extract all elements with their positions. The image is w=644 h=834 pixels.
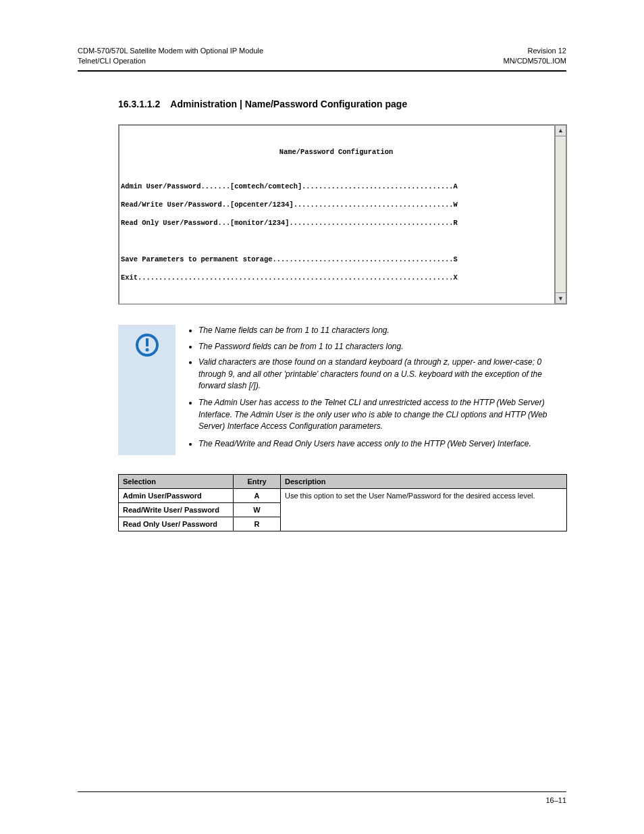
header-docnum: MN/CDM570L.IOM: [503, 56, 566, 66]
terminal-line: Read Only User/Password...[monitor/1234]…: [121, 219, 552, 228]
note-bullet: The Name fields can be from 1 to 11 char…: [198, 325, 566, 336]
note-bullet: Valid characters are those found on a st…: [198, 357, 566, 392]
scroll-up-button[interactable]: ▲: [555, 125, 566, 136]
note-body: The Name fields can be from 1 to 11 char…: [176, 325, 566, 455]
header-divider: [78, 70, 566, 72]
cell-description: Use this option to set the User Name/Pas…: [281, 488, 567, 531]
cell-entry: A: [234, 488, 281, 502]
terminal-screenshot: Name/Password Configuration Admin User/P…: [118, 124, 567, 305]
section-number: 16.3.1.1.2: [118, 99, 160, 109]
col-description: Description: [281, 474, 567, 488]
scrollbar[interactable]: ▲ ▼: [555, 125, 566, 305]
cell-entry: W: [234, 502, 281, 517]
page-header: CDM-570/570L Satellite Modem with Option…: [78, 46, 566, 66]
scroll-down-button[interactable]: ▼: [555, 292, 566, 304]
header-section: Telnet/CLI Operation: [78, 56, 263, 66]
options-table: Selection Entry Description Admin User/P…: [118, 474, 567, 531]
cell-selection: Read Only User/ Password: [119, 517, 234, 531]
important-icon: [118, 325, 176, 455]
col-selection: Selection: [119, 474, 234, 488]
note-bullet: The Admin User has access to the Telnet …: [198, 397, 566, 432]
header-revision: Revision 12: [503, 46, 566, 56]
table-row: Admin User/Password A Use this option to…: [119, 488, 567, 502]
terminal-line: Read/Write User/Password..[opcenter/1234…: [121, 201, 552, 210]
cell-entry: R: [234, 517, 281, 531]
scroll-track[interactable]: [555, 136, 566, 293]
page-footer: 16–11: [78, 796, 566, 804]
section-title-text: Administration | Name/Password Configura…: [170, 99, 407, 109]
note-bullet: The Password fields can be from 1 to 11 …: [198, 341, 566, 353]
terminal-title: Name/Password Configuration: [121, 148, 552, 157]
terminal-line: Admin User/Password.......[comtech/comte…: [121, 182, 552, 192]
col-entry: Entry: [234, 474, 281, 488]
footer-page-number: 16–11: [545, 796, 566, 804]
header-doc-title: CDM-570/570L Satellite Modem with Option…: [78, 46, 263, 56]
footer-divider: [78, 791, 566, 792]
terminal-line: Save Parameters to permanent storage....…: [121, 255, 552, 265]
note-bullet: The Read/Write and Read Only Users have …: [198, 438, 566, 450]
cell-selection: Read/Write User/ Password: [119, 502, 234, 517]
svg-point-2: [145, 348, 149, 352]
cell-selection: Admin User/Password: [119, 488, 234, 502]
svg-rect-1: [146, 338, 149, 346]
terminal-line: Exit....................................…: [121, 273, 552, 283]
